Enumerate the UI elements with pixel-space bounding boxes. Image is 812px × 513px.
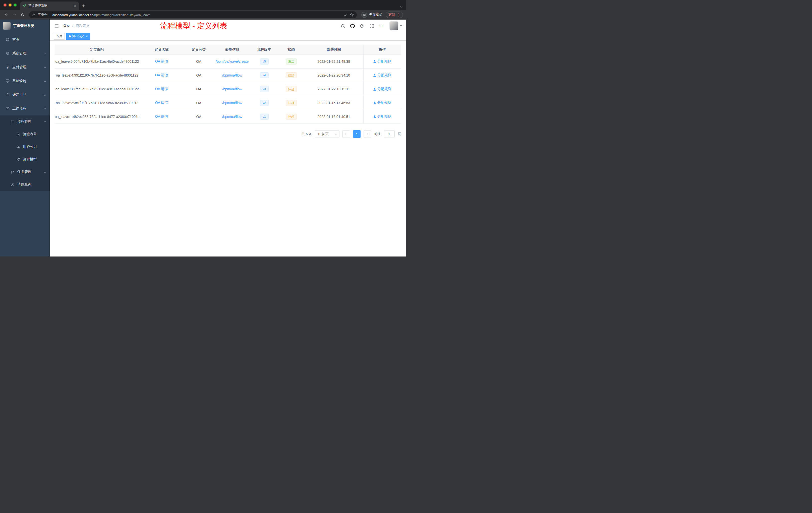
form-info-link[interactable]: /bpm/oa/leave/create [214,55,250,68]
chevron-down-icon [335,133,337,135]
sidebar-item-user-group[interactable]: 用户分组 [0,141,50,153]
back-button[interactable] [3,11,10,18]
page-annotation: 流程模型 - 定义列表 [160,21,227,31]
version-cell: v5 [250,55,278,68]
paper-plane-icon [16,158,20,161]
page-suffix-label: 页 [398,132,401,136]
definition-name-link[interactable]: OA 请假 [140,68,183,82]
person-icon [10,183,14,186]
goto-page-input[interactable] [384,130,395,138]
chrome-update-button[interactable]: 更新 ⋮ [386,11,403,18]
current-page-button[interactable]: 1 [353,130,360,138]
sidebar-item-system[interactable]: 系统管理 [0,47,50,60]
sidebar-item-label: 研发工具 [12,93,26,97]
password-key-icon[interactable] [344,13,348,17]
bookmark-star-icon[interactable] [350,13,354,17]
sidebar: 芋道管理系统 首页 系统管理 ¥ 支付管 [0,20,50,256]
sidebar-item-workflow[interactable]: 工作流程 [0,102,50,116]
sidebar-item-task-management[interactable]: 任务管理 [0,165,50,178]
tag-label: 首页 [56,34,62,38]
user-menu[interactable] [389,21,402,30]
fullscreen-icon[interactable] [370,24,374,28]
version-badge: v2 [260,100,269,106]
url-bar[interactable]: 不安全 | dashboard.yudao.iocoder.cn/bpm/man… [29,11,357,18]
chevron-up-icon [44,121,46,123]
avatar[interactable] [389,21,399,30]
version-cell: v2 [250,96,278,110]
sidebar-item-leave-query[interactable]: 请假查询 [0,178,50,191]
assign-rule-link[interactable]: 分配规则 [373,59,392,64]
definition-category: OA [183,55,214,68]
sidebar-item-process-form[interactable]: 流程表单 [0,128,50,141]
tag-home[interactable]: 首页 [54,33,65,40]
status-cell: 挂起 [278,82,304,96]
definition-table: 定义编号 定义名称 定义分类 表单信息 流程版本 状态 部署时间 操作 oa_l… [55,45,401,124]
help-icon[interactable]: ? [360,24,364,28]
definition-category: OA [183,82,214,96]
column-header: 定义名称 [140,45,183,55]
page-content: 定义编号 定义名称 定义分类 表单信息 流程版本 状态 部署时间 操作 oa_l… [50,41,406,256]
assign-rule-link[interactable]: 分配规则 [373,115,392,119]
definition-name-link[interactable]: OA 请假 [140,96,183,110]
definition-name-link[interactable]: OA 请假 [140,55,183,68]
tag-close-icon[interactable]: × [85,34,88,38]
new-tab-button[interactable]: + [79,3,88,10]
form-info-link[interactable]: /bpm/oa/flow [214,82,250,96]
deploy-time: 2022-01-16 01:40:51 [304,110,363,123]
form-info-link[interactable]: /bpm/oa/flow [214,110,250,123]
close-window-button[interactable] [3,3,6,6]
form-info-link[interactable]: /bpm/oa/flow [214,96,250,110]
tab-close-icon[interactable]: × [73,4,77,8]
tag-process-definition[interactable]: 流程定义 × [66,33,90,40]
search-icon[interactable] [341,24,345,28]
forward-button[interactable] [11,11,18,18]
reload-button[interactable] [19,11,26,18]
status-cell: 挂起 [278,110,304,123]
sidebar-item-label: 流程模型 [23,157,37,162]
assign-rule-link[interactable]: 分配规则 [373,101,392,105]
incognito-indicator: 无痕模式 [361,12,382,18]
action-cell: 分配规则 [363,110,401,123]
status-badge: 挂起 [286,86,297,92]
version-cell: v4 [250,68,278,82]
monitor-icon [5,79,9,83]
assign-rule-link[interactable]: 分配规则 [373,87,392,91]
definition-name-link[interactable]: OA 请假 [140,110,183,123]
briefcase-icon [5,107,9,111]
browser-tab[interactable]: 芋道管理系统 × [20,1,79,10]
browser-menu-icon[interactable]: ⋮ [397,13,400,17]
sidebar-item-infrastructure[interactable]: 基础设施 [0,74,50,88]
font-size-icon[interactable]: TT [379,24,384,28]
window-controls [0,0,20,10]
prev-page-button[interactable] [343,130,350,138]
assign-rule-link[interactable]: 分配规则 [373,73,392,78]
deploy-time: 2022-01-22 21:48:38 [304,55,363,68]
next-page-button[interactable] [364,130,371,138]
sidebar-item-home[interactable]: 首页 [0,33,50,47]
status-badge: 挂起 [286,100,297,106]
chevron-down-icon [44,66,46,68]
tab-search-chevron-icon[interactable] [401,4,402,8]
svg-text:T: T [381,24,383,28]
github-icon[interactable] [350,24,355,28]
form-info-link[interactable]: /bpm/oa/flow [214,68,250,82]
column-header: 操作 [363,45,401,55]
definition-name-link[interactable]: OA 请假 [140,82,183,96]
hamburger-icon[interactable] [54,24,61,28]
favicon [23,3,26,8]
svg-text:?: ? [361,25,363,27]
minimize-window-button[interactable] [8,3,11,6]
version-cell: v3 [250,82,278,96]
sidebar-item-devtools[interactable]: 研发工具 [0,88,50,102]
yen-icon: ¥ [5,65,9,69]
page-size-select[interactable]: 10条/页 [315,130,340,138]
version-cell: v1 [250,110,278,123]
sidebar-item-process-management[interactable]: 流程管理 [0,116,50,128]
breadcrumb-home[interactable]: 首页 [63,24,70,28]
deploy-time: 2022-01-22 19:19:11 [304,82,363,96]
sidebar-item-payment[interactable]: ¥ 支付管理 [0,60,50,74]
users-icon [16,145,20,149]
zoom-window-button[interactable] [13,3,17,6]
action-cell: 分配规则 [363,96,401,110]
sidebar-item-process-model[interactable]: 流程模型 [0,153,50,165]
